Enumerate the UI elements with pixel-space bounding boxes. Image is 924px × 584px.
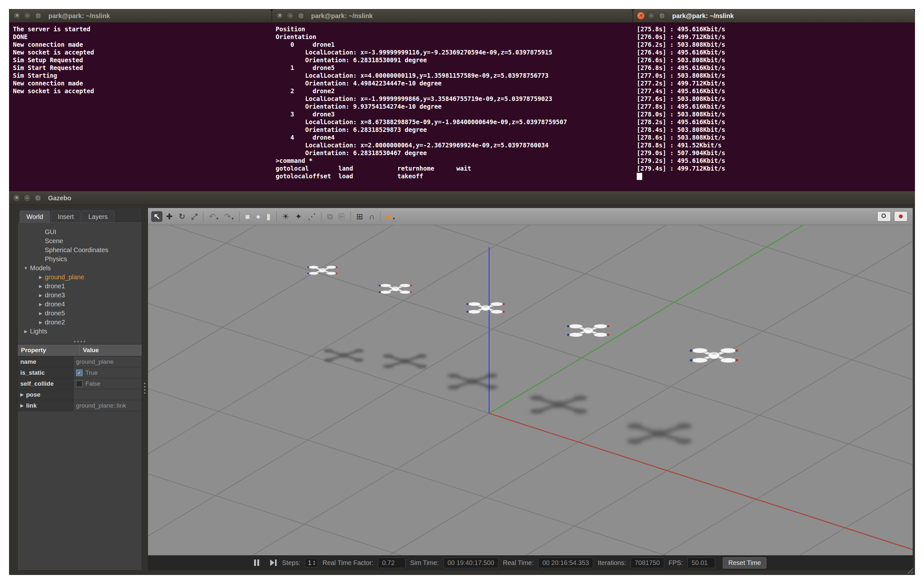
terminal-middle-titlebar[interactable]: ✕ – ◻ park@park: ~/nslink — [272, 9, 633, 23]
close-icon[interactable]: ✕ — [276, 12, 284, 20]
value-column-header: Value — [80, 345, 142, 356]
terminal-left-titlebar[interactable]: ✕ – ◻ park@park: ~/nslink — [9, 9, 272, 23]
real-time-value[interactable]: 00 20:16:54.353 — [538, 558, 593, 568]
terminal-right-titlebar[interactable]: ✕ – ◻ park@park: ~/nslink — [633, 9, 915, 23]
step-button[interactable] — [267, 558, 277, 568]
tree-item-drone1[interactable]: ▶drone1 — [20, 282, 140, 290]
insert-sphere-button[interactable]: ● — [253, 211, 263, 222]
tree-right-arrow-icon[interactable]: ▶ — [36, 275, 45, 280]
scene-svg — [148, 225, 913, 555]
tree-item-lights[interactable]: ▶Lights — [20, 327, 140, 336]
tree-item-spherical-coordinates[interactable]: Spherical Coordinates — [20, 246, 140, 254]
drone-model[interactable] — [379, 284, 412, 294]
undo-button[interactable]: ↶▾ — [207, 211, 221, 222]
close-icon[interactable]: ✕ — [13, 194, 21, 202]
tree-right-arrow-icon[interactable]: ▶ — [36, 284, 45, 289]
tree-item-physics[interactable]: Physics — [20, 254, 140, 264]
tree-right-arrow-icon[interactable]: ▶ — [36, 320, 45, 325]
insert-building-button[interactable]: ▰▾ — [384, 211, 397, 222]
rotate-tool-button[interactable]: ↻ — [177, 211, 188, 222]
drone-model[interactable] — [467, 302, 505, 314]
pause-button[interactable] — [251, 558, 262, 568]
maximize-icon[interactable]: ◻ — [297, 12, 305, 20]
minimize-icon[interactable]: – — [23, 194, 31, 202]
property-row-name[interactable]: nameground_plane — [18, 356, 142, 367]
scale-tool-button[interactable]: ⤢ — [189, 211, 200, 222]
tree-right-arrow-icon[interactable]: ▶ — [36, 293, 45, 298]
maximize-icon[interactable]: ◻ — [35, 12, 42, 20]
tab-insert[interactable]: Insert — [51, 211, 81, 223]
tree-item-gui[interactable]: GUI — [20, 227, 140, 236]
viewport-3d[interactable] — [148, 225, 913, 555]
maximize-icon[interactable]: ◻ — [658, 12, 666, 20]
tree-item-label: Scene — [45, 238, 63, 245]
sim-time-label: Sim Time: — [410, 559, 439, 567]
tree-right-arrow-icon[interactable]: ▶ — [21, 329, 30, 334]
minimize-icon[interactable]: – — [287, 12, 294, 20]
terminal-middle-output[interactable]: PositionOrientation 0 drone1 LocalLocati… — [272, 23, 633, 191]
directional-light-button[interactable]: ⋰ — [305, 211, 318, 222]
terminal-line: [277.6s] : 503.808Kbit/s — [637, 95, 911, 102]
reset-time-button[interactable]: Reset Time — [723, 557, 766, 569]
snap-icon: ∩ — [369, 213, 375, 221]
screenshot-camera-icon[interactable] — [877, 211, 891, 221]
sim-time-value[interactable]: 00 19:40:17.500 — [443, 558, 498, 568]
maximize-icon[interactable]: ◻ — [34, 194, 42, 202]
drone-model[interactable] — [567, 324, 609, 337]
tree-props-splitter[interactable] — [18, 339, 142, 344]
property-row-link[interactable]: ▶linkground_plane::link — [18, 400, 142, 411]
tree-right-arrow-icon[interactable]: ▶ — [36, 302, 45, 307]
iterations-value[interactable]: 7081750 — [630, 558, 664, 568]
splitter-grip-icon — [144, 383, 145, 396]
tree-item-drone5[interactable]: ▶drone5 — [20, 308, 140, 318]
real-time-factor-value[interactable]: 0.72 — [378, 558, 406, 568]
minimize-icon[interactable]: – — [24, 12, 31, 20]
tree-item-ground-plane[interactable]: ▶ground_plane — [20, 272, 140, 282]
terminal-right-output[interactable]: [275.8s] : 495.616Kbit/s[276.0s] : 499.7… — [633, 23, 915, 191]
tree-item-scene[interactable]: Scene — [20, 236, 140, 246]
tab-layers[interactable]: Layers — [82, 211, 114, 223]
terminal-line: Position — [276, 25, 629, 33]
fps-value[interactable]: 50.01 — [687, 558, 715, 568]
paste-button[interactable]: ⎘ — [336, 211, 347, 222]
data-logger-icon[interactable] — [894, 211, 908, 221]
close-icon[interactable]: ✕ — [13, 12, 21, 20]
tree-item-drone3[interactable]: ▶drone3 — [20, 290, 140, 300]
tab-world[interactable]: World — [20, 211, 50, 223]
translate-tool-button[interactable]: ✚ — [164, 211, 175, 222]
insert-box-button[interactable]: ■ — [243, 211, 252, 222]
select-tool-button[interactable]: ↖ — [151, 211, 162, 222]
point-light-button[interactable]: ☀ — [280, 211, 292, 222]
expand-arrow-icon[interactable]: ▶ — [20, 392, 23, 397]
minimize-icon[interactable]: – — [648, 12, 655, 20]
terminal-line: 2 drone2 — [276, 87, 629, 95]
tree-right-arrow-icon[interactable]: ▶ — [36, 311, 45, 316]
gazebo-titlebar[interactable]: ✕ – ◻ Gazebo — [9, 191, 915, 205]
close-icon[interactable]: ✕ — [637, 12, 645, 20]
property-value — [74, 389, 142, 400]
tree-item-models[interactable]: ▼Models — [20, 264, 140, 272]
property-row-pose[interactable]: ▶pose — [18, 389, 142, 400]
spinner-arrows-icon[interactable]: ▴▾ — [314, 560, 315, 566]
terminal-line: Orientation: 9.93754154274e-10 degree — [276, 102, 629, 110]
snap-button[interactable]: ∩ — [366, 211, 377, 222]
checkbox-unchecked-icon[interactable] — [76, 381, 82, 387]
copy-button[interactable]: ⧉ — [325, 211, 335, 222]
property-row-self_collide[interactable]: self_collideFalse — [18, 378, 142, 389]
insert-cylinder-button[interactable]: ▮ — [264, 211, 273, 222]
spot-light-icon: ✦ — [295, 213, 302, 221]
window-title: park@park: ~/nslink — [48, 12, 110, 20]
redo-button[interactable]: ↷▾ — [222, 211, 236, 222]
tree-item-drone2[interactable]: ▶drone2 — [20, 318, 140, 327]
align-button[interactable]: ⊞ — [354, 211, 365, 222]
expand-arrow-icon[interactable]: ▶ — [20, 403, 23, 408]
tree-item-drone4[interactable]: ▶drone4 — [20, 300, 140, 308]
property-row-is_static[interactable]: is_static✓True — [18, 367, 142, 378]
tree-down-arrow-icon[interactable]: ▼ — [21, 266, 30, 271]
panel-splitter[interactable] — [143, 208, 146, 571]
steps-spinner[interactable]: 1 ▴▾ — [305, 558, 318, 568]
checkbox-checked-icon[interactable]: ✓ — [76, 370, 82, 376]
property-key-label: self_collide — [20, 380, 54, 387]
terminal-left-output[interactable]: The server is startedDONENew connection … — [9, 23, 272, 191]
spot-light-button[interactable]: ✦ — [293, 211, 304, 222]
